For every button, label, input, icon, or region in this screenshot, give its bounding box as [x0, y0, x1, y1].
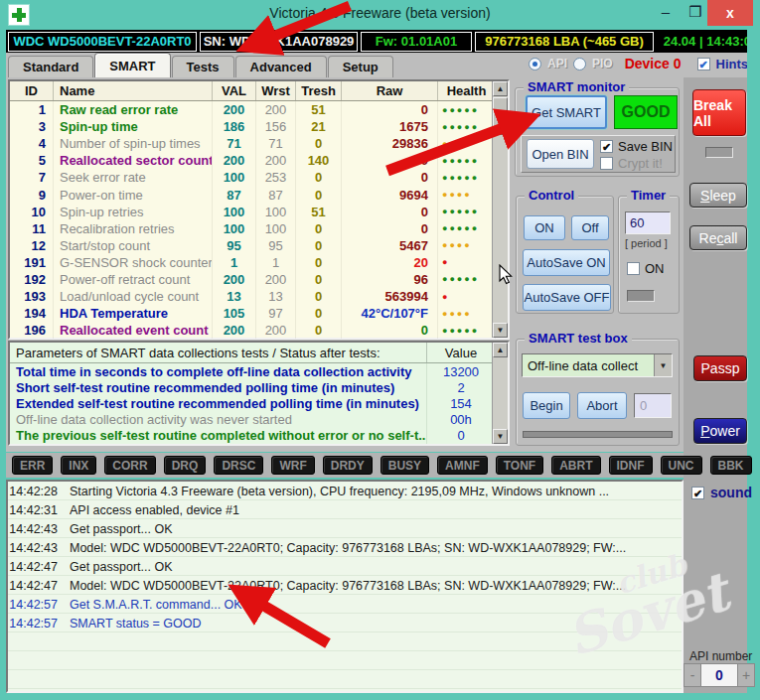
smart-attribute-row[interactable]: 1Raw read error rate200200510●●●●●	[10, 101, 508, 118]
attr-name: Start/stop count	[54, 237, 213, 254]
sleep-button[interactable]: Sleep	[689, 183, 747, 208]
attr-tresh: 0	[296, 271, 342, 288]
scroll-down-icon[interactable]: ▼	[493, 323, 508, 338]
scrollbar-thumb[interactable]	[493, 97, 508, 135]
parameter-row[interactable]: Short self-test routine recommended poll…	[10, 379, 508, 395]
save-bin-checkbox[interactable]: ✔	[600, 140, 613, 153]
tab-setup[interactable]: Setup	[328, 56, 393, 77]
smart-table-scrollbar[interactable]: ▲ ▼	[492, 81, 508, 338]
crypt-it-checkbox[interactable]	[600, 157, 613, 170]
attr-health: ●●●●	[438, 135, 496, 152]
health-dots-icon: ●	[438, 257, 449, 267]
column-header-name[interactable]: Name	[54, 81, 213, 100]
parameters-header: Parameters of SMART data collections tes…	[10, 343, 508, 363]
attr-tresh: 0	[296, 237, 342, 254]
log-message: Starting Victoria 4.3 Freeware (beta ver…	[70, 485, 682, 498]
attr-raw: 0	[342, 152, 438, 169]
timer-period-input[interactable]: 60	[625, 211, 671, 234]
health-dots-icon: ●●●●●	[438, 274, 479, 284]
health-dots-icon: ●●●●●	[438, 173, 479, 183]
attr-tresh: 0	[296, 220, 342, 237]
smart-attribute-row[interactable]: 9Power-on time878709694●●●●	[10, 186, 508, 203]
status-badge-wrf: WRF	[271, 456, 314, 475]
attr-health: ●●●●●	[438, 204, 496, 220]
begin-button[interactable]: Begin	[523, 392, 570, 419]
attr-name: Reallocated event count	[54, 322, 213, 339]
get-smart-button[interactable]: Get SMART	[526, 95, 607, 129]
attr-name: G-SENSOR shock counter	[54, 254, 213, 271]
scroll-down-icon[interactable]: ▼	[493, 429, 508, 444]
smart-attribute-row[interactable]: 7Seek error rate10025300●●●●●	[10, 169, 508, 186]
smart-attributes-table: IDNameVALWrstTreshRawHealth 1Raw read er…	[8, 79, 510, 340]
autosave-off-button[interactable]: AutoSave OFF	[523, 284, 611, 311]
close-button[interactable]: x	[707, 0, 753, 26]
control-off-button[interactable]: Off	[571, 215, 609, 240]
column-header-val[interactable]: VAL	[213, 81, 256, 100]
smart-attribute-row[interactable]: 12Start/stop count959505467●●●●	[10, 237, 508, 254]
api-radio[interactable]	[529, 58, 541, 70]
log-message: Model: WDC WD5000BEVT-22A0RT0; Capacity:…	[70, 579, 682, 593]
smart-attribute-row[interactable]: 196Reallocated event count20020000●●●●●	[10, 322, 508, 339]
timer-on-label: ON	[645, 261, 665, 276]
scroll-up-icon[interactable]: ▲	[493, 343, 508, 357]
status-badge-amnf: AMNF	[437, 456, 488, 475]
log-timestamp: 14:42:47	[8, 560, 70, 574]
parameter-row[interactable]: The previous self-test routine completed…	[10, 428, 508, 444]
pio-radio[interactable]	[573, 58, 586, 70]
tab-tests[interactable]: Tests	[172, 56, 234, 77]
smart-attribute-row[interactable]: 194HDA Temperature10597042°C/107°F●●●●	[10, 305, 508, 322]
tab-standard[interactable]: Standard	[8, 56, 93, 77]
attr-health: ●●●●	[438, 237, 496, 254]
column-header-tresh[interactable]: Tresh	[296, 81, 342, 100]
tab-advanced[interactable]: Advanced	[235, 56, 327, 77]
control-on-button[interactable]: ON	[524, 215, 565, 240]
parameter-row[interactable]: Total time in seconds to complete off-li…	[10, 363, 508, 379]
drive-capacity: 976773168 LBA (~465 GB)	[475, 32, 654, 52]
smart-attribute-row[interactable]: 193Load/unload cycle count13130563994●	[10, 288, 508, 305]
column-header-wrst[interactable]: Wrst	[256, 81, 296, 100]
power-button[interactable]: Power	[693, 418, 747, 444]
attr-val: 100	[213, 169, 256, 186]
smart-attribute-row[interactable]: 3Spin-up time186156211675●●●●●	[10, 118, 508, 135]
activity-indicator	[705, 147, 733, 158]
abort-button[interactable]: Abort	[577, 392, 627, 419]
autosave-on-button[interactable]: AutoSave ON	[523, 249, 610, 276]
chevron-down-icon[interactable]: ▼	[654, 354, 672, 376]
column-header-id[interactable]: ID	[10, 81, 54, 100]
hints-checkbox[interactable]: ✔	[697, 58, 710, 70]
increment-button[interactable]: +	[737, 663, 755, 687]
smart-attribute-row[interactable]: 11Recalibration retries10010000●●●●●	[10, 220, 508, 237]
test-type-dropdown[interactable]: Off-line data collect ▼	[522, 353, 673, 377]
smart-attribute-row[interactable]: 4Number of spin-up times7171029836●●●●	[10, 135, 508, 152]
open-bin-button[interactable]: Open BIN	[527, 139, 594, 169]
passp-button[interactable]: Passp	[693, 355, 747, 381]
test-progress-field[interactable]: 0	[634, 393, 672, 418]
smart-attribute-row[interactable]: 192Power-off retract count200200096●●●●●	[10, 271, 508, 288]
recall-button[interactable]: Recall	[689, 225, 747, 250]
column-header-health[interactable]: Health	[438, 81, 496, 100]
parameter-row[interactable]: Extended self-test routine recommended p…	[10, 395, 508, 411]
break-all-button[interactable]: Break All	[692, 89, 746, 136]
column-header-raw[interactable]: Raw	[342, 81, 438, 100]
minimize-button[interactable]: –	[656, 3, 676, 20]
parameters-scrollbar[interactable]: ▲ ▼	[492, 343, 508, 444]
attr-tresh: 51	[296, 101, 342, 118]
parameters-header-text: Parameters of SMART data collections tes…	[10, 343, 427, 362]
scroll-up-icon[interactable]: ▲	[493, 81, 508, 96]
maximize-button[interactable]: ❒	[685, 3, 705, 21]
attr-wrst: 100	[256, 204, 296, 220]
log-panel[interactable]: 14:42:28Starting Victoria 4.3 Freeware (…	[6, 480, 684, 693]
timer-on-checkbox[interactable]	[627, 262, 640, 275]
sound-checkbox[interactable]: ✔	[691, 487, 704, 499]
title-bar[interactable]: Victoria 4.3 Freeware (beta version) – ❒…	[0, 0, 760, 30]
smart-attribute-row[interactable]: 191G-SENSOR shock counter11020●	[10, 254, 508, 271]
attr-wrst: 200	[256, 101, 296, 118]
smart-attribute-row[interactable]: 5Reallocated sector count2002001400●●●●●	[10, 152, 508, 169]
tab-smart[interactable]: SMART	[94, 53, 170, 77]
log-message: Get passport... OK	[70, 560, 682, 574]
decrement-button[interactable]: -	[684, 663, 701, 687]
parameter-row[interactable]: Off-line data collection activity was ne…	[10, 412, 508, 428]
attr-name: Recalibration retries	[54, 220, 213, 237]
smart-attribute-row[interactable]: 10Spin-up retries100100510●●●●●	[10, 204, 508, 220]
log-timestamp: 14:42:57	[8, 617, 70, 630]
